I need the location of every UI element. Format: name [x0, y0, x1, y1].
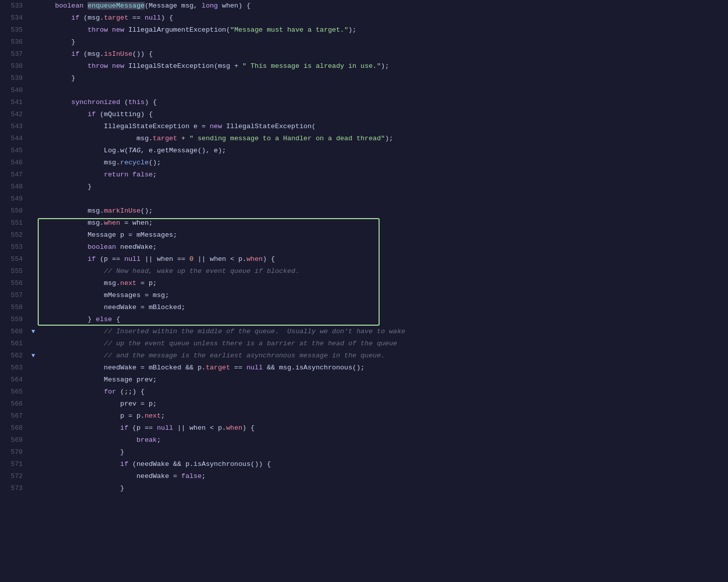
code-line: if (needWake && p.isAsynchronous()) {	[39, 458, 728, 470]
code-line: if (p == null || when < p.when) {	[39, 422, 728, 434]
line-number: 571	[0, 458, 28, 470]
table-row: 539 }	[0, 72, 728, 84]
code-line: } else {	[39, 314, 728, 326]
table-row: 573 }	[0, 482, 728, 495]
line-number: 570	[0, 446, 28, 458]
code-line: mMessages = msg;	[39, 289, 728, 302]
code-line: needWake = mBlocked;	[39, 302, 728, 314]
table-row: 535 throw new IllegalArgumentException("…	[0, 24, 728, 36]
line-number: 555	[0, 265, 28, 277]
table-row: 546 msg.recycle();	[0, 157, 728, 169]
code-line: boolean enqueueMessage(Message msg, long…	[39, 0, 728, 12]
line-number: 545	[0, 145, 28, 157]
table-row: 567 p = p.next;	[0, 410, 728, 422]
line-number: 541	[0, 96, 28, 109]
code-line: msg.when = when;	[39, 217, 728, 229]
line-number: 538	[0, 60, 28, 72]
table-row: 538 throw new IllegalStateException(msg …	[0, 60, 728, 72]
code-editor: 533 boolean enqueueMessage(Message msg, …	[0, 0, 728, 582]
code-line: Message p = mMessages;	[39, 229, 728, 241]
line-number: 569	[0, 434, 28, 446]
line-number: 540	[0, 84, 28, 96]
table-row: 564 Message prev;	[0, 374, 728, 386]
table-row: 556 msg.next = p;	[0, 277, 728, 289]
code-line: if (msg.target == null) {	[39, 12, 728, 24]
line-number: 548	[0, 181, 28, 193]
code-line: synchronized (this) {	[39, 96, 728, 109]
code-line: needWake = mBlocked && p.target == null …	[39, 362, 728, 374]
code-line: boolean needWake;	[39, 241, 728, 253]
code-line: if (mQuitting) {	[39, 109, 728, 121]
table-row: 541 synchronized (this) {	[0, 96, 728, 109]
line-number: 553	[0, 241, 28, 253]
code-line: if (msg.isInUse()) {	[39, 48, 728, 60]
line-number: 551	[0, 217, 28, 229]
line-number: 535	[0, 24, 28, 36]
code-line: needWake = false;	[39, 470, 728, 482]
code-line: }	[39, 72, 728, 84]
table-row: 570 }	[0, 446, 728, 458]
gutter-icon: ▼	[28, 326, 39, 338]
line-number: 572	[0, 470, 28, 482]
table-row: 559 } else {	[0, 314, 728, 326]
line-number: 533	[0, 0, 28, 12]
table-row: 558 needWake = mBlocked;	[0, 302, 728, 314]
line-number: 552	[0, 229, 28, 241]
table-row: 566 prev = p;	[0, 398, 728, 410]
line-number: 560	[0, 326, 28, 338]
line-number: 539	[0, 72, 28, 84]
table-row: 550 msg.markInUse();	[0, 205, 728, 217]
line-number: 561	[0, 338, 28, 350]
line-number: 556	[0, 277, 28, 289]
line-number: 554	[0, 253, 28, 265]
table-row: 572 needWake = false;	[0, 470, 728, 482]
line-number: 568	[0, 422, 28, 434]
code-line: msg.next = p;	[39, 277, 728, 289]
code-line: prev = p;	[39, 398, 728, 410]
code-line: // and the message is the earliest async…	[39, 350, 728, 362]
code-line: // Inserted within the middle of the que…	[39, 326, 728, 338]
line-number: 564	[0, 374, 28, 386]
line-number: 559	[0, 314, 28, 326]
table-row: 540	[0, 84, 728, 96]
code-line: throw new IllegalStateException(msg + " …	[39, 60, 728, 72]
line-number: 537	[0, 48, 28, 60]
table-row: 534 if (msg.target == null) {	[0, 12, 728, 24]
table-row: 571 if (needWake && p.isAsynchronous()) …	[0, 458, 728, 470]
code-line: IllegalStateException e = new IllegalSta…	[39, 121, 728, 133]
table-row: 548 }	[0, 181, 728, 193]
code-line: // up the event queue unless there is a …	[39, 338, 728, 350]
line-number: 567	[0, 410, 28, 422]
line-number: 557	[0, 289, 28, 302]
code-line: msg.markInUse();	[39, 205, 728, 217]
table-row: 545 Log.w(TAG, e.getMessage(), e);	[0, 145, 728, 157]
line-number: 549	[0, 193, 28, 205]
line-number: 573	[0, 482, 28, 495]
table-row: 542 if (mQuitting) {	[0, 109, 728, 121]
table-row: 553 boolean needWake;	[0, 241, 728, 253]
line-number: 542	[0, 109, 28, 121]
table-row: 560▼ // Inserted within the middle of th…	[0, 326, 728, 338]
code-line: throw new IllegalArgumentException("Mess…	[39, 24, 728, 36]
code-line: Message prev;	[39, 374, 728, 386]
code-line: Log.w(TAG, e.getMessage(), e);	[39, 145, 728, 157]
code-line: }	[39, 36, 728, 48]
line-number: 563	[0, 362, 28, 374]
line-number: 544	[0, 133, 28, 145]
table-row: 561 // up the event queue unless there i…	[0, 338, 728, 350]
table-row: 563 needWake = mBlocked && p.target == n…	[0, 362, 728, 374]
line-number: 543	[0, 121, 28, 133]
table-row: 549	[0, 193, 728, 205]
code-line: break;	[39, 434, 728, 446]
table-row: 537 if (msg.isInUse()) {	[0, 48, 728, 60]
code-line: p = p.next;	[39, 410, 728, 422]
line-number: 565	[0, 386, 28, 398]
table-row: 547 return false;	[0, 169, 728, 181]
code-line: }	[39, 181, 728, 193]
table-row: 569 break;	[0, 434, 728, 446]
code-line: }	[39, 446, 728, 458]
table-row: 536 }	[0, 36, 728, 48]
line-number: 534	[0, 12, 28, 24]
line-number: 547	[0, 169, 28, 181]
table-row: 533 boolean enqueueMessage(Message msg, …	[0, 0, 728, 12]
